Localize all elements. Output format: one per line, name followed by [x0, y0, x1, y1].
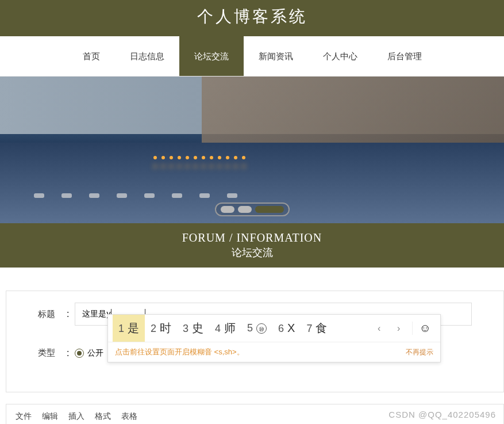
main-nav: 首页 日志信息 论坛交流 新闻资讯 个人中心 后台管理: [0, 36, 504, 77]
section-title-en: FORUM / INFORMATION: [0, 231, 504, 245]
ime-hint-text[interactable]: 点击前往设置页面开启模糊音 <s,sh>。: [115, 347, 244, 357]
section-title-cn: 论坛交流: [0, 246, 504, 259]
carousel-dot-3[interactable]: [255, 206, 284, 213]
ime-prev-icon[interactable]: ‹: [373, 322, 386, 335]
app-header: 个人博客系统: [0, 0, 504, 36]
ime-candidate-4[interactable]: 4师: [209, 315, 241, 342]
ime-candidate-7[interactable]: 7食: [301, 315, 333, 342]
nav-forum[interactable]: 论坛交流: [179, 36, 244, 76]
ime-dismiss-button[interactable]: 不再提示: [406, 347, 433, 357]
ime-candidate-5[interactable]: 5⑩: [241, 316, 272, 340]
carousel-dot-2[interactable]: [238, 206, 252, 213]
section-header: FORUM / INFORMATION 论坛交流: [0, 223, 504, 268]
nav-home[interactable]: 首页: [68, 36, 115, 76]
watermark: CSDN @QQ_402205496: [388, 410, 496, 419]
ime-candidate-3[interactable]: 3史: [177, 315, 209, 342]
ime-next-icon[interactable]: ›: [393, 322, 405, 335]
menu-insert[interactable]: 插入: [68, 411, 84, 422]
app-title: 个人博客系统: [197, 7, 307, 25]
ime-candidate-6[interactable]: 6X: [272, 316, 301, 341]
nav-personal[interactable]: 个人中心: [308, 36, 372, 76]
type-radio-public-label: 公开: [87, 348, 103, 358]
ime-candidate-1[interactable]: 1是: [113, 315, 145, 342]
menu-file[interactable]: 文件: [16, 411, 32, 422]
type-label: 类型: [38, 347, 67, 358]
ime-candidate-2[interactable]: 2时: [145, 315, 177, 342]
nav-admin[interactable]: 后台管理: [372, 36, 437, 76]
menu-table[interactable]: 表格: [121, 411, 137, 422]
ime-emoji-icon[interactable]: ☺: [412, 322, 431, 335]
nav-diary[interactable]: 日志信息: [115, 36, 179, 76]
type-radio-public[interactable]: [75, 349, 84, 358]
carousel-dot-1[interactable]: [221, 206, 234, 213]
menu-edit[interactable]: 编辑: [42, 411, 58, 422]
title-label: 标题: [38, 309, 67, 320]
hero-carousel[interactable]: [0, 77, 504, 223]
carousel-indicator[interactable]: [215, 203, 290, 216]
post-form: 标题: 这里是y 类型: 公开 1是 2时 3史 4师 5⑩ 6X 7食: [6, 291, 504, 392]
ime-popup: 1是 2时 3史 4师 5⑩ 6X 7食 ‹ › ☺ 点击前往设置页面开启模糊音…: [107, 314, 441, 362]
menu-format[interactable]: 格式: [95, 411, 111, 422]
nav-news[interactable]: 新闻资讯: [244, 36, 308, 76]
